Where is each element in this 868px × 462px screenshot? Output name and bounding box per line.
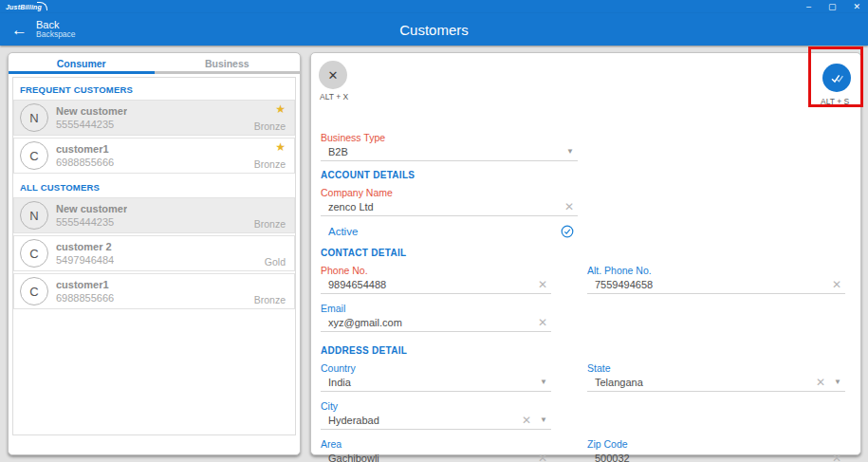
country-field: Country India ▼ [321,362,551,392]
favorite-star-icon: ★ [275,141,286,153]
form-save-button[interactable] [822,64,851,92]
area-field: Area Gachibowli ✕ [321,438,551,462]
customer-type-tabs: Consumer Business [9,53,300,74]
chevron-down-icon[interactable]: ▼ [834,379,841,386]
active-label: Active [328,226,358,237]
back-button[interactable]: ← Back Backspace [11,19,76,40]
clear-icon[interactable]: ✕ [564,201,574,213]
business-type-field: Business Type B2B ▼ [321,132,578,161]
clear-icon[interactable]: ✕ [538,453,547,462]
tab-consumer[interactable]: Consumer [9,53,155,74]
alt-phone-field: Alt. Phone No. 7559494658 ✕ [587,265,845,294]
checked-circle-icon [561,225,574,238]
favorite-star-icon: ★ [275,103,286,115]
field-label: Country [321,362,551,374]
form-close-button[interactable]: ✕ [319,61,347,89]
clear-icon[interactable]: ✕ [522,415,531,426]
customer-list-panel: Consumer Business FREQUENT CUSTOMERS N N… [8,52,301,455]
zip-code-field: Zip Code 500032 ✕ [587,438,845,462]
save-shortcut-label: ALT + S [821,97,849,106]
email-input[interactable]: xyz@gmail.com [328,317,532,328]
loyalty-tier-badge: Bronze [254,218,286,230]
clear-icon[interactable]: ✕ [538,317,547,328]
customer-list: FREQUENT CUSTOMERS N New customer 555544… [12,77,296,435]
field-label: Zip Code [587,438,845,450]
section-frequent-customers: FREQUENT CUSTOMERS [13,78,295,100]
chevron-down-icon[interactable]: ▼ [540,379,547,386]
alt-phone-input[interactable]: 7559494658 [595,279,826,290]
loyalty-tier-badge: Bronze [254,158,286,170]
customer-name: customer1 [56,143,114,155]
clear-icon[interactable]: ✕ [538,279,547,290]
customer-list-item[interactable]: N New customer 5555444235 ★ Bronze [13,100,295,136]
customer-name: customer 2 [56,241,114,252]
loyalty-tier-badge: Bronze [254,120,286,132]
avatar: C [20,277,48,305]
avatar: C [20,239,48,268]
customer-phone: 6988855666 [56,157,114,168]
section-all-customers: ALL CUSTOMERS [13,176,295,197]
customer-list-item[interactable]: C customer1 6988855666 ★ Bronze [13,273,295,309]
customer-list-item[interactable]: N New customer 5555444235 ★ Bronze [13,197,295,233]
customer-form: Business Type B2B ▼ ACCOUNT DETAILS Comp… [321,132,847,462]
phone-input[interactable]: 9894654488 [328,279,532,290]
field-label: Alt. Phone No. [587,265,845,276]
area-input[interactable]: Gachibowli [328,453,532,462]
state-field: State Telangana ✕ ▼ [587,362,845,392]
customer-phone: 5555444235 [56,216,127,228]
section-address-detail: ADDRESS DETAIL [321,345,847,356]
clear-icon[interactable]: ✕ [816,377,825,388]
phone-field: Phone No. 9894654488 ✕ [321,265,551,294]
justbilling-logo: JustBilling [6,4,42,10]
field-label: State [587,362,845,374]
tab-business[interactable]: Business [155,53,301,74]
customer-phone: 6988855666 [56,292,114,304]
field-label: City [321,400,551,412]
email-field: Email xyz@gmail.com ✕ [321,303,551,332]
back-shortcut-label: Backspace [36,30,76,40]
back-arrow-icon: ← [11,22,28,38]
window-close-button[interactable]: ✕ [853,3,860,11]
page-title: Customers [0,22,868,38]
zip-code-input[interactable]: 500032 [595,453,826,462]
clear-icon[interactable]: ✕ [832,453,841,462]
field-label: Business Type [321,132,578,143]
close-shortcut-label: ALT + X [320,92,348,102]
city-select[interactable]: Hyderabad [328,415,516,426]
minimize-button[interactable]: – [806,3,811,11]
field-label: Email [321,303,551,314]
avatar: N [20,103,48,132]
customer-name: customer1 [56,279,114,290]
loyalty-tier-badge: Bronze [254,294,286,305]
maximize-button[interactable]: ▢ [828,3,837,11]
loyalty-tier-badge: Gold [265,256,286,268]
avatar: N [20,201,48,230]
city-field: City Hyderabad ✕ ▼ [321,400,551,430]
field-label: Company Name [321,187,578,198]
customer-form-panel: ✕ ALT + X ALT + S Business Type B2B ▼ AC… [310,52,861,455]
customer-phone: 5497946484 [56,254,114,266]
field-label: Area [321,438,551,450]
business-type-value[interactable]: B2B [328,146,558,157]
clear-icon[interactable]: ✕ [832,279,841,290]
customer-list-item[interactable]: C customer1 6988855666 ★ Bronze [13,138,295,174]
customer-name: New customer [56,203,127,214]
avatar: C [20,141,48,170]
active-toggle-row[interactable]: Active [321,225,578,238]
main-content: Consumer Business FREQUENT CUSTOMERS N N… [0,46,868,462]
chevron-down-icon[interactable]: ▼ [566,148,574,156]
customer-name: New customer [56,105,127,117]
chevron-down-icon[interactable]: ▼ [540,416,547,424]
section-account-details: ACCOUNT DETAILS [321,170,847,180]
company-name-field: Company Name zenco Ltd ✕ [321,187,578,216]
country-select[interactable]: India [328,377,531,388]
customer-list-item[interactable]: C customer 2 5497946484 ★ Gold [13,235,295,271]
close-icon: ✕ [328,68,339,83]
double-check-icon [829,70,845,86]
customer-phone: 5555444235 [56,119,127,130]
section-contact-detail: CONTACT DETAIL [321,248,847,258]
window-titlebar: JustBilling – ▢ ✕ [0,0,868,13]
state-select[interactable]: Telangana [595,377,810,388]
company-name-input[interactable]: zenco Ltd [328,201,559,213]
field-label: Phone No. [321,265,551,276]
